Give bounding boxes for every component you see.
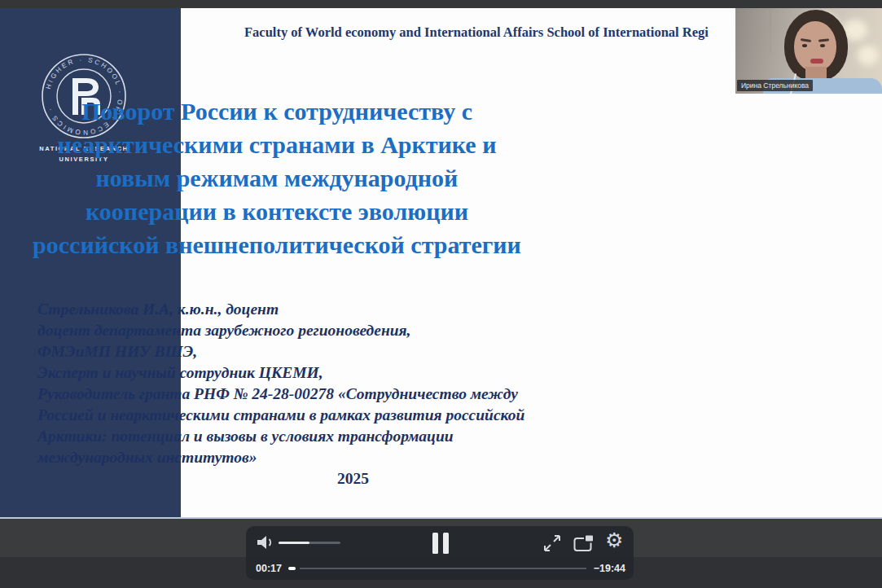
volume-icon[interactable] [256, 533, 275, 551]
volume-slider[interactable] [279, 542, 340, 544]
elapsed-time: 00:17 [256, 563, 282, 574]
author-line: Руководитель гранта РНФ № 24-28-00278 «С… [37, 384, 669, 405]
slide-title: Поворот России к сотрудничеству с неаркт… [8, 94, 546, 261]
ceiling-light [858, 46, 879, 65]
person-lips [810, 59, 823, 64]
webcam-name-label: Ирина Стрельникова [737, 80, 813, 91]
author-line: Россией и неарктическими странами в рамк… [37, 405, 669, 426]
person-eye [802, 44, 807, 47]
volume-fill [279, 542, 309, 544]
pause-button[interactable] [432, 533, 438, 554]
background-wall-line [770, 8, 771, 53]
slide-year: 2025 [37, 470, 669, 488]
author-line: Арктики: потенциал и вызовы в условиях т… [37, 426, 669, 447]
screen: пичная Москва Ееее, уже сегодня «Вкусно … [0, 0, 882, 588]
author-line: международных институтов» [37, 447, 669, 468]
author-line: Эксперт и научный сотрудник ЦКЕМИ, [37, 362, 669, 384]
video-player-controls: ⚙ 00:17 −19:44 [246, 526, 634, 580]
video-frame: HIGHER · SCHOOL · OF · ECONOMICS · NATIO… [0, 8, 882, 519]
person-eye [820, 44, 825, 47]
author-line: доцент департамента зарубежного регионов… [37, 320, 669, 341]
pause-button[interactable] [443, 533, 449, 554]
slide-author-block: Стрельникова И.А, к.ю.н., доцент доцент … [37, 299, 669, 468]
title-line: российской внешнеполитической стратегии [8, 228, 546, 261]
progress-bar[interactable] [300, 568, 586, 569]
person-face [794, 21, 836, 72]
remaining-time: −19:44 [594, 563, 625, 574]
author-line: ФМЭиМП НИУ ВШЭ, [37, 341, 669, 362]
picture-in-picture-icon[interactable] [573, 533, 595, 553]
title-line: неарктическими странами в Арктике и [8, 128, 546, 161]
settings-gear-icon[interactable]: ⚙ [605, 530, 623, 551]
fullscreen-icon[interactable] [542, 533, 562, 553]
author-line: Стрельникова И.А, к.ю.н., доцент [37, 299, 669, 320]
title-line: кооперации в контексте эволюции [8, 195, 546, 228]
overlay-top-strip [0, 0, 882, 8]
title-line: новым режимам международной [8, 161, 546, 195]
webcam-video: Ирина Стрельникова [735, 8, 882, 94]
title-line: Поворот России к сотрудничеству с [8, 94, 546, 128]
progress-thumb[interactable] [288, 567, 296, 570]
